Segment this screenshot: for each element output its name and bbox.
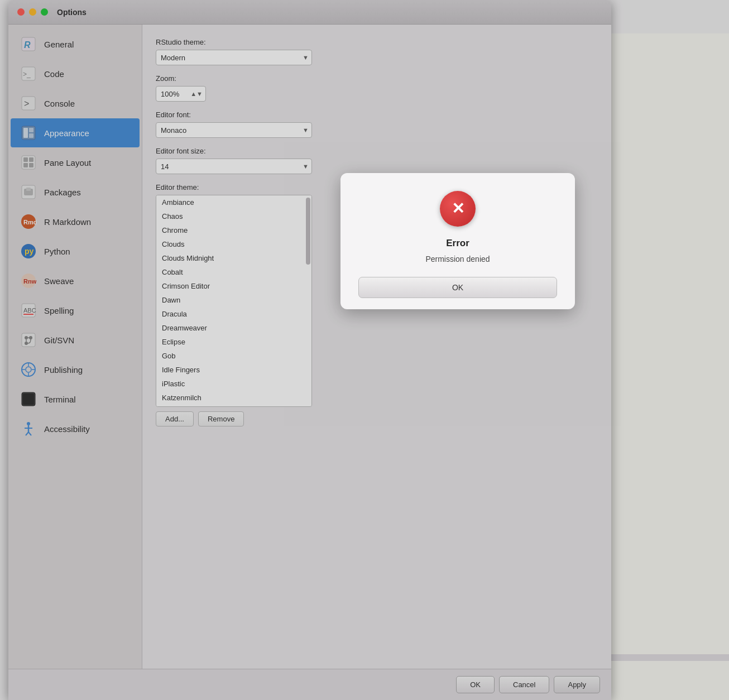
- error-overlay: ✕ Error Permission denied OK: [0, 0, 729, 700]
- error-ok-button[interactable]: OK: [358, 277, 557, 298]
- error-icon: ✕: [440, 191, 476, 227]
- error-message: Permission denied: [425, 255, 490, 263]
- error-dialog: ✕ Error Permission denied OK: [340, 173, 575, 309]
- error-x-symbol: ✕: [452, 201, 464, 217]
- error-title: Error: [446, 238, 469, 249]
